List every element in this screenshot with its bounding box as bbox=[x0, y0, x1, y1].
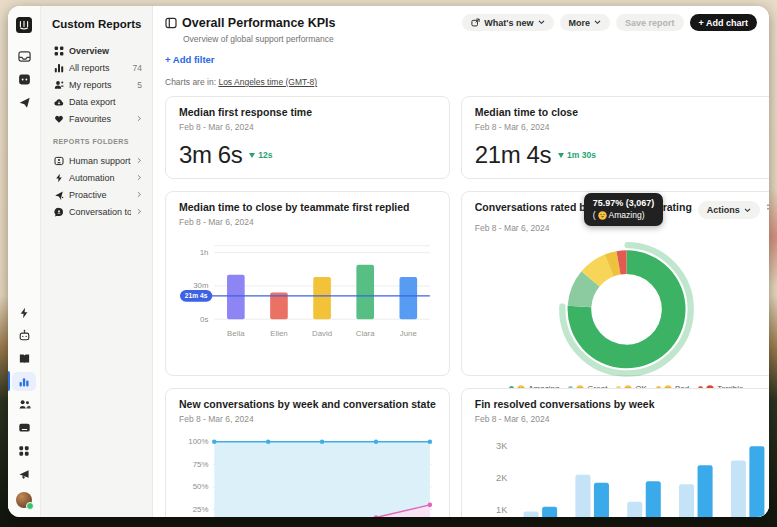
more-button[interactable]: More bbox=[560, 14, 611, 31]
reports-folders-label: REPORTS FOLDERS bbox=[53, 138, 145, 145]
svg-text:30m: 30m bbox=[193, 281, 208, 290]
sidebar-item-human-support[interactable]: Human support bbox=[50, 152, 145, 169]
card-title: New conversations by week and conversati… bbox=[179, 398, 436, 410]
svg-text:1K: 1K bbox=[496, 505, 508, 515]
inbox-icon[interactable] bbox=[8, 45, 41, 68]
svg-text:21m 4s: 21m 4s bbox=[185, 292, 208, 299]
sidebar-item-overview[interactable]: Overview bbox=[50, 42, 145, 59]
svg-text:1h: 1h bbox=[200, 248, 209, 257]
fin-chart-card: Fin resolved conversations by week Feb 8… bbox=[461, 388, 769, 517]
human-support-icon bbox=[53, 155, 64, 166]
whats-new-button[interactable]: What's new bbox=[462, 14, 553, 31]
area-chart-card: New conversations by week and conversati… bbox=[165, 388, 450, 517]
add-filter-button[interactable]: + Add filter bbox=[165, 54, 215, 65]
avatar-image bbox=[16, 492, 32, 508]
kpi-card-first-response: Median first response time Feb 8 - Mar 6… bbox=[165, 96, 450, 179]
svg-text:June: June bbox=[400, 329, 417, 338]
conversations-area-chart[interactable]: 100%75%50%25% bbox=[179, 430, 436, 517]
sidebar-item-data-export[interactable]: Data export bbox=[50, 93, 145, 110]
arrow-down-icon bbox=[558, 153, 564, 158]
chevron-right-icon bbox=[136, 156, 142, 166]
chat-bubble-icon bbox=[53, 206, 64, 217]
bar-chart-card: Median time to close by teammate first r… bbox=[165, 191, 450, 376]
sidebar-item-favourites[interactable]: Favourites bbox=[50, 110, 145, 127]
chevron-right-icon bbox=[136, 190, 142, 200]
report-icon bbox=[165, 17, 177, 29]
person-chart-icon bbox=[53, 79, 64, 90]
donut-chart-card: Conversations rated by conversation rati… bbox=[461, 191, 769, 376]
chevron-right-icon bbox=[136, 173, 142, 183]
heart-icon bbox=[53, 113, 64, 124]
teammate-bar-chart[interactable]: 0s30m1hBellaEllenDavidClaraJune21m 4s bbox=[179, 233, 436, 343]
svg-text:50%: 50% bbox=[193, 482, 209, 491]
people-icon[interactable] bbox=[8, 393, 41, 416]
sidebar-item-conversation-topics[interactable]: Conversation topics bbox=[50, 203, 145, 220]
svg-text:25%: 25% bbox=[193, 505, 209, 514]
paper-plane-icon[interactable] bbox=[8, 91, 41, 114]
megaphone-icon[interactable] bbox=[8, 462, 41, 485]
save-report-button[interactable]: Save report bbox=[616, 14, 684, 31]
app-window: Custom Reports Overview All reports 74 M… bbox=[8, 6, 769, 517]
chevron-down-icon bbox=[538, 20, 545, 25]
svg-text:0s: 0s bbox=[200, 315, 208, 324]
svg-text:Ellen: Ellen bbox=[270, 329, 287, 338]
grid-icon bbox=[53, 45, 64, 56]
sidebar-item-proactive[interactable]: Proactive bbox=[50, 186, 145, 203]
chevron-right-icon bbox=[136, 114, 142, 124]
card-title: Median time to close bbox=[475, 106, 769, 118]
kpi-delta: 1m 30s bbox=[558, 150, 596, 160]
kpi-delta: 12s bbox=[249, 150, 272, 160]
user-avatar[interactable] bbox=[8, 488, 41, 511]
lightning-icon bbox=[53, 172, 64, 183]
sidebar-item-automation[interactable]: Automation bbox=[50, 169, 145, 186]
card-title: Median first response time bbox=[179, 106, 436, 118]
chevron-down-icon bbox=[744, 208, 751, 213]
arrow-down-icon bbox=[249, 153, 255, 158]
bar-chart-icon bbox=[53, 62, 64, 73]
sidebar-title: Custom Reports bbox=[52, 18, 145, 30]
card-date-range: Feb 8 - Mar 6, 2024 bbox=[179, 122, 436, 132]
card-title: Median time to close by teammate first r… bbox=[179, 201, 436, 213]
kpi-card-time-to-close: Median time to close Feb 8 - Mar 6, 2024… bbox=[461, 96, 769, 179]
card-date-range: Feb 8 - Mar 6, 2024 bbox=[475, 122, 769, 132]
rating-donut-chart[interactable] bbox=[475, 233, 769, 381]
svg-text:100%: 100% bbox=[188, 437, 208, 446]
icon-rail bbox=[8, 6, 41, 517]
book-icon[interactable] bbox=[8, 347, 41, 370]
item-count: 5 bbox=[137, 80, 142, 90]
card-date-range: Feb 8 - Mar 6, 2024 bbox=[179, 217, 436, 227]
actions-button[interactable]: Actions bbox=[698, 201, 760, 219]
card-title: Fin resolved conversations by week bbox=[475, 398, 769, 410]
cloud-download-icon bbox=[53, 96, 64, 107]
timezone-row: Charts are in: Los Angeles time (GMT-8) bbox=[165, 77, 757, 87]
item-count: 74 bbox=[133, 63, 142, 73]
apps-grid-icon[interactable] bbox=[8, 439, 41, 462]
chevron-down-icon bbox=[594, 20, 601, 25]
fin-bar-chart[interactable]: 3K2K1K bbox=[475, 430, 769, 517]
sidebar: Custom Reports Overview All reports 74 M… bbox=[41, 6, 153, 517]
sidebar-item-my-reports[interactable]: My reports 5 bbox=[50, 76, 145, 93]
svg-text:Clara: Clara bbox=[356, 329, 375, 338]
intercom-logo-icon[interactable] bbox=[8, 13, 41, 36]
chart-tooltip: 75.97% (3,067) ( Amazing) bbox=[584, 193, 664, 226]
proactive-send-icon bbox=[53, 189, 64, 200]
svg-text:75%: 75% bbox=[193, 460, 209, 469]
svg-text:2K: 2K bbox=[496, 473, 508, 483]
timezone-link[interactable]: Los Angeles time (GMT-8) bbox=[218, 77, 317, 87]
amazing-face-icon bbox=[598, 211, 607, 220]
drag-handle-icon[interactable] bbox=[766, 203, 769, 211]
kpi-value: 21m 4s bbox=[475, 141, 551, 169]
svg-text:3K: 3K bbox=[496, 441, 508, 451]
reports-bar-chart-icon[interactable] bbox=[8, 370, 41, 393]
add-chart-button[interactable]: + Add chart bbox=[690, 14, 757, 31]
ai-agent-icon[interactable] bbox=[8, 68, 41, 91]
lightning-icon[interactable] bbox=[8, 301, 41, 324]
svg-text:Bella: Bella bbox=[227, 329, 245, 338]
robot-icon[interactable] bbox=[8, 324, 41, 347]
sidebar-item-all-reports[interactable]: All reports 74 bbox=[50, 59, 145, 76]
page-subtitle: Overview of global support performance bbox=[183, 34, 757, 44]
page-title: Overall Performance KPIs bbox=[182, 16, 336, 30]
whats-new-icon bbox=[471, 18, 480, 27]
ticket-icon[interactable] bbox=[8, 416, 41, 439]
card-date-range: Feb 8 - Mar 6, 2024 bbox=[475, 414, 769, 424]
